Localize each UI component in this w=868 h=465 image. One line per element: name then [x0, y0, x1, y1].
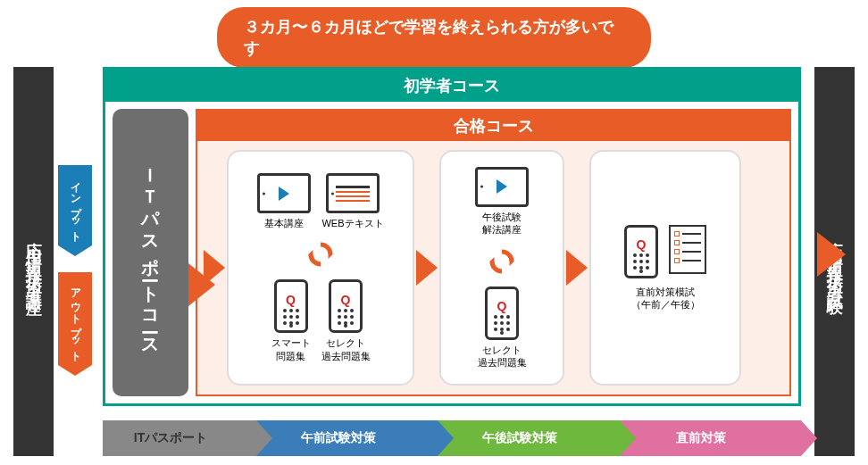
item-label: スマート 問題集 [271, 336, 311, 362]
arrow-icon [817, 232, 846, 277]
left-course-label: 応用情報技術者講座 [13, 67, 54, 456]
stage-final-prep: Q 直前対策模試 （午前／午後） [589, 150, 741, 386]
phone-quiz-icon: Q [274, 279, 308, 333]
pass-course-title: 合格コース [197, 111, 789, 141]
course-diagram: 応用情報技術者講座 応用情報技術者試験 インプット アウトプット 初学者コース … [13, 67, 855, 456]
item-label: 午後試験 解法講座 [482, 211, 522, 237]
phone-quiz-icon: Q [624, 225, 658, 278]
arrow-icon [566, 250, 588, 286]
duration-banner: ３カ月〜６カ月ほどで学習を終えられる方が多いです [217, 7, 651, 68]
input-tag: インプット [58, 165, 92, 245]
item-label: 基本講座 [264, 217, 304, 229]
tablet-text-icon [326, 173, 380, 213]
item-label: WEBテキスト [321, 217, 383, 229]
stage-afternoon-prep: 午後試験 解法講座 Q セレクト 過去問題集 [439, 150, 564, 386]
item-label: セレクト 過去問題集 [478, 344, 527, 370]
item-label: 直前対策模試 （午前／午後） [631, 286, 700, 311]
beginner-course-title: 初学者コース [105, 70, 798, 102]
flow-step-morning: 午前試験対策 [256, 420, 438, 456]
bottom-flow: ITパスポート 午前試験対策 午後試験対策 直前対策 [103, 420, 801, 456]
arrow-icon [188, 263, 215, 306]
item-label: セレクト 過去問題集 [321, 336, 371, 362]
flow-step-afternoon: 午後試験対策 [438, 420, 619, 456]
tablet-video-icon [257, 173, 311, 213]
tablet-video-icon [475, 167, 529, 207]
pass-course-box: 合格コース 基本講座 WEBテキスト [196, 109, 791, 396]
it-passport-course-box: ＩＴパスポートコース [113, 109, 188, 396]
stage-morning-prep: 基本講座 WEBテキスト Q スマート 問題集 [227, 150, 414, 386]
checklist-icon [669, 225, 706, 274]
cycle-icon [305, 239, 336, 270]
flow-step-it-passport: ITパスポート [103, 420, 256, 456]
flow-step-final: 直前対策 [620, 420, 801, 456]
output-tag: アウトプット [58, 272, 92, 365]
beginner-course-box: 初学者コース ＩＴパスポートコース 合格コース 基本講座 [103, 67, 801, 406]
phone-quiz-icon: Q [485, 286, 519, 340]
phone-quiz-icon: Q [329, 279, 363, 333]
cycle-icon [487, 246, 517, 277]
arrow-icon [416, 250, 438, 286]
